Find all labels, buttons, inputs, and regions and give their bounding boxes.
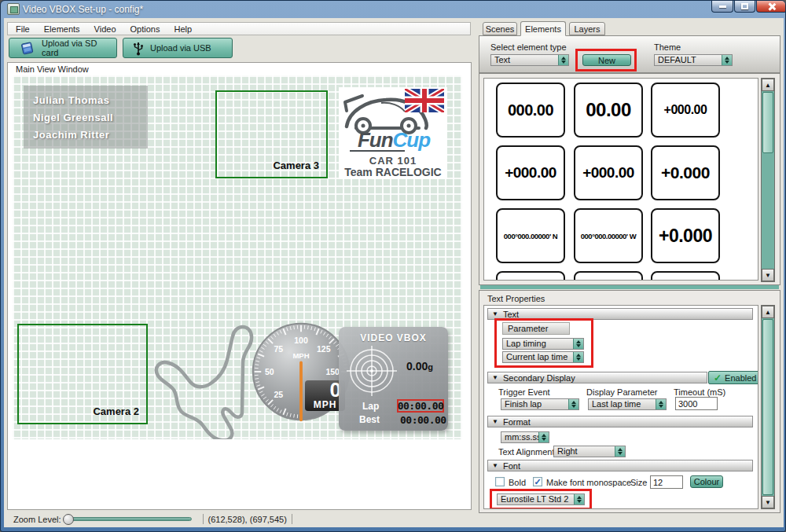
dropdown-spinner-icon[interactable] bbox=[722, 55, 732, 65]
bold-checkbox[interactable] bbox=[495, 477, 505, 486]
element-list-scrollbar[interactable]: ▲ ▼ bbox=[761, 78, 775, 282]
menu-item-options[interactable]: Options bbox=[130, 24, 160, 34]
logo-team-name: Team RACELOGIC bbox=[339, 166, 447, 178]
section-header-secondary-display[interactable]: ▼ Secondary Display bbox=[487, 372, 707, 383]
colour-button[interactable]: Colour bbox=[690, 475, 723, 488]
dropdown-spinner-icon[interactable] bbox=[573, 339, 583, 349]
zoom-level-label: Zoom Level: bbox=[13, 515, 61, 524]
tab-elements[interactable]: Elements bbox=[520, 21, 566, 36]
section-header-text[interactable]: ▼ Text bbox=[487, 308, 753, 320]
scrollbar-thumb[interactable] bbox=[762, 319, 773, 495]
dropdown-spinner-icon[interactable] bbox=[568, 399, 578, 409]
display-parameter-label: Display Parameter bbox=[586, 387, 657, 397]
trigger-event-label: Trigger Event bbox=[498, 387, 550, 397]
element-type-dropdown[interactable]: Text bbox=[490, 54, 569, 66]
element-card-partial[interactable] bbox=[651, 271, 720, 281]
format-dropdown[interactable]: mm:ss.ss bbox=[501, 431, 549, 443]
element-card-partial[interactable] bbox=[574, 271, 643, 281]
element-card[interactable]: 000°000.00000' N bbox=[496, 208, 565, 263]
properties-scrollbar[interactable]: ▲ ▼ bbox=[761, 305, 775, 509]
video-vbox-panel[interactable]: VIDEO VBOX 0.00g Lap bbox=[339, 327, 448, 431]
element-card[interactable]: 00.00 bbox=[574, 83, 643, 138]
upload-sd-button[interactable]: Upload via SD card bbox=[9, 38, 117, 58]
scrollbar-thumb[interactable] bbox=[762, 92, 773, 153]
camera2-region[interactable]: Camera 2 bbox=[17, 324, 148, 424]
text-properties-panel: Text Properties ▼ Text Parameter Lap tim… bbox=[479, 290, 780, 513]
close-button[interactable] bbox=[756, 1, 786, 13]
dropdown-spinner-icon[interactable] bbox=[574, 494, 584, 504]
text-properties-title: Text Properties bbox=[487, 294, 545, 303]
section-header-format[interactable]: ▼ Format bbox=[487, 416, 753, 427]
dropdown-spinner-icon[interactable] bbox=[656, 399, 666, 409]
zoom-slider-handle[interactable] bbox=[63, 514, 74, 525]
menu-item-file[interactable]: File bbox=[16, 24, 30, 34]
track-map[interactable] bbox=[145, 314, 263, 439]
secondary-display-label: Secondary Display bbox=[503, 373, 575, 383]
text-alignment-dropdown[interactable]: Right bbox=[553, 446, 626, 457]
element-list[interactable]: 000.00 00.00 +000.00 +000.00 +000.00 +0.… bbox=[483, 78, 758, 281]
menu-item-help[interactable]: Help bbox=[174, 24, 192, 34]
best-label: Best bbox=[359, 414, 380, 425]
trigger-event-dropdown[interactable]: Finish lap bbox=[501, 398, 579, 410]
g-meter-crosshair-icon bbox=[347, 346, 397, 396]
driver-names-element[interactable]: Julian Thomas Nigel Greensall Joachim Ri… bbox=[24, 86, 148, 149]
minimize-button[interactable] bbox=[711, 1, 733, 13]
dropdown-spinner-icon[interactable] bbox=[558, 55, 568, 65]
tab-layers[interactable]: Layers bbox=[569, 22, 605, 35]
scroll-down-icon[interactable]: ▼ bbox=[762, 496, 774, 508]
tab-scenes[interactable]: Scenes bbox=[483, 22, 517, 35]
window-title: Video VBOX Set-up - config* bbox=[23, 4, 143, 15]
best-time-value: 00:00.00 bbox=[400, 414, 446, 426]
title-bar[interactable]: Video VBOX Set-up - config* bbox=[1, 1, 785, 18]
element-card-label: +000.00 bbox=[582, 164, 634, 182]
parameter-label: Parameter bbox=[502, 322, 570, 335]
display-parameter-dropdown[interactable]: Last lap time bbox=[588, 398, 667, 410]
scroll-up-icon[interactable]: ▲ bbox=[762, 79, 774, 91]
camera3-region[interactable]: Camera 3 bbox=[215, 90, 328, 178]
new-element-button[interactable]: New bbox=[582, 54, 631, 66]
secondary-enabled-toggle[interactable]: ✓ Enabled bbox=[708, 371, 758, 384]
format-value: mm:ss.ss bbox=[501, 432, 538, 442]
zoom-slider[interactable] bbox=[68, 517, 192, 521]
gauge-tick-100: 100 bbox=[294, 336, 308, 345]
maximize-button[interactable] bbox=[734, 1, 755, 13]
font-size-input[interactable] bbox=[650, 475, 683, 489]
timeout-input[interactable] bbox=[675, 397, 718, 410]
panel-splitter[interactable] bbox=[480, 285, 779, 289]
element-card[interactable]: +0.000 bbox=[651, 145, 720, 200]
lap-time-element-selected[interactable]: 00:00.00 bbox=[397, 399, 444, 413]
menu-item-elements[interactable]: Elements bbox=[44, 24, 80, 34]
lap-label: Lap bbox=[362, 401, 379, 412]
element-card[interactable]: +000.00 bbox=[574, 145, 643, 200]
dropdown-spinner-icon[interactable] bbox=[573, 352, 583, 362]
element-card[interactable]: +0.000 bbox=[651, 208, 720, 263]
element-card-label: +0.000 bbox=[661, 163, 710, 182]
monospace-checkbox[interactable]: ✓ bbox=[533, 477, 542, 486]
font-family-value: Eurostile LT Std 2 bbox=[498, 494, 574, 504]
upload-usb-button[interactable]: Upload via USB bbox=[123, 38, 233, 58]
element-card-label: 000°000.00000' W bbox=[581, 232, 636, 240]
funcup-logo[interactable]: FunCup CAR 101 Team RACELOGIC bbox=[339, 87, 447, 179]
menu-item-video[interactable]: Video bbox=[94, 24, 116, 34]
lap-time-value: 00:00.00 bbox=[398, 400, 444, 412]
element-card[interactable]: 000.00 bbox=[496, 83, 565, 138]
element-card[interactable]: 000°000.00000' W bbox=[574, 208, 643, 263]
element-card[interactable]: +000.00 bbox=[651, 83, 720, 138]
driver-name: Joachim Ritter bbox=[33, 127, 148, 144]
element-card[interactable]: +000.00 bbox=[496, 145, 565, 200]
font-family-dropdown[interactable]: Eurostile LT Std 2 bbox=[497, 493, 585, 505]
scroll-up-icon[interactable]: ▲ bbox=[762, 306, 774, 318]
theme-dropdown[interactable]: DEFAULT bbox=[654, 54, 733, 66]
element-card-partial[interactable] bbox=[496, 271, 565, 281]
parameter-value-dropdown[interactable]: Current lap time bbox=[502, 351, 584, 363]
colour-button-label: Colour bbox=[694, 477, 719, 486]
section-header-font[interactable]: ▼ Font bbox=[487, 460, 753, 471]
timeout-label: Timeout (mS) bbox=[674, 387, 725, 397]
camera2-label: Camera 2 bbox=[93, 405, 139, 417]
parameter-category-dropdown[interactable]: Lap timing bbox=[502, 338, 584, 350]
video-preview-canvas[interactable]: Julian Thomas Nigel Greensall Joachim Ri… bbox=[13, 75, 462, 439]
scroll-down-icon[interactable]: ▼ bbox=[762, 269, 774, 281]
parameter-category-value: Lap timing bbox=[503, 339, 573, 349]
dropdown-spinner-icon[interactable] bbox=[615, 446, 625, 457]
dropdown-spinner-icon[interactable] bbox=[538, 432, 549, 442]
